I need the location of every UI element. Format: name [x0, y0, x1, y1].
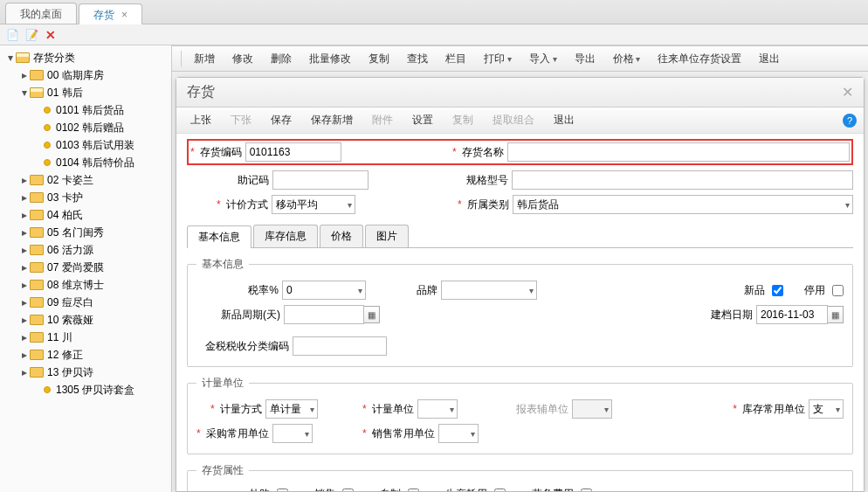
tree-node-06[interactable]: ▸06 活力源	[16, 241, 169, 259]
brand-select[interactable]	[441, 281, 537, 300]
spec-input[interactable]	[512, 170, 853, 190]
attr-selfmade-checkbox[interactable]	[408, 489, 419, 491]
umethod-select[interactable]	[265, 399, 318, 419]
tree-node-13[interactable]: ▸13 伊贝诗	[16, 364, 169, 381]
fieldset-attr: 存货属性 外购 销售 自制 生产耗用 劳务费用	[187, 463, 853, 491]
tree-node-01[interactable]: ▾01 韩后	[16, 84, 169, 101]
dialog-body: *存货编码 *存货名称 助记码 规	[176, 134, 864, 491]
tree-root-label: 存货分类	[33, 51, 75, 66]
tree-node-03[interactable]: ▸03 卡护	[16, 189, 169, 206]
tb-col[interactable]: 栏目	[438, 50, 473, 68]
stopflag-checkbox[interactable]	[832, 285, 844, 296]
tree-node-09[interactable]: ▸09 痘尽白	[16, 294, 169, 311]
code-label: 存货编码	[196, 145, 245, 160]
mnemonic-input[interactable]	[272, 170, 369, 190]
dtb-exit[interactable]: 退出	[547, 111, 582, 129]
tree-node-02[interactable]: ▸02 卡姿兰	[16, 171, 169, 189]
itab-basic[interactable]: 基本信息	[187, 225, 251, 248]
costing-select[interactable]	[272, 195, 355, 214]
highlighted-required-row: *存货编码 *存货名称	[187, 139, 853, 165]
tab-desktop[interactable]: 我的桌面	[5, 3, 77, 24]
itab-price[interactable]: 价格	[320, 225, 363, 247]
tb-import[interactable]: 导入	[522, 50, 564, 68]
newflag-checkbox[interactable]	[772, 285, 783, 296]
tax-select[interactable]	[282, 281, 366, 300]
tree-node-11[interactable]: ▸11 川	[16, 329, 169, 346]
tb-supplier[interactable]: 往来单位存货设置	[651, 50, 748, 68]
itab-stock[interactable]: 库存信息	[253, 225, 318, 247]
tree-leaf-0101[interactable]: 0101 韩后货品	[30, 101, 169, 119]
saleunit-select[interactable]	[438, 424, 479, 443]
goldtax-input[interactable]	[293, 336, 387, 356]
tree-node-10[interactable]: ▸10 索薇娅	[16, 311, 169, 329]
inventory-dialog: 存货 ✕ 上张 下张 保存 保存新增 附件 设置 复制 提取组合 退出 ?	[176, 77, 865, 492]
tb-find[interactable]: 查找	[400, 50, 435, 68]
tree-node-04[interactable]: ▸04 柏氏	[16, 206, 169, 224]
itab-image[interactable]: 图片	[365, 225, 409, 247]
dtb-prev[interactable]: 上张	[183, 111, 218, 129]
tb-copy[interactable]: 复制	[362, 50, 396, 68]
umethod-label: 计量方式	[217, 402, 265, 417]
tb-new[interactable]: 新增	[187, 50, 222, 68]
tab-inventory[interactable]: 存货×	[79, 3, 142, 24]
tb-export[interactable]: 导出	[568, 50, 603, 68]
help-icon[interactable]: ?	[843, 114, 857, 128]
tree-node-08[interactable]: ▸08 维京博士	[16, 276, 169, 294]
dtb-saveadd[interactable]: 保存新增	[304, 111, 360, 129]
tb-exit[interactable]: 退出	[752, 50, 787, 68]
fieldset-basic: 基本信息 税率% ▾ 品牌 ▾ 新品 停用	[187, 257, 853, 367]
tb-price[interactable]: 价格	[606, 50, 648, 68]
tree-node-00[interactable]: ▸00 临期库房	[16, 66, 169, 84]
dtb-next: 下张	[224, 111, 258, 129]
tree-leaf-0103[interactable]: 0103 韩后试用装	[30, 136, 169, 154]
attr-labor-checkbox[interactable]	[581, 489, 592, 491]
code-input[interactable]	[245, 142, 341, 162]
tree-node-05[interactable]: ▸05 名门闺秀	[16, 224, 169, 241]
createdate-label: 建档日期	[707, 308, 756, 322]
attr-sale-checkbox[interactable]	[342, 489, 354, 491]
calendar-icon[interactable]: ▦	[828, 306, 844, 323]
app-tabbar: 我的桌面 存货×	[0, 0, 868, 24]
dtb-extract: 提取组合	[486, 111, 541, 129]
delete-icon[interactable]: ✕	[44, 28, 58, 42]
tb-edit[interactable]: 修改	[225, 50, 260, 68]
attr-selfmade: 自制	[380, 487, 404, 491]
createdate-input[interactable]	[756, 305, 828, 324]
dtb-settings[interactable]: 设置	[405, 111, 440, 129]
tree-leaf-0102[interactable]: 0102 韩后赠品	[30, 119, 169, 136]
tree-label: 05 名门闺秀	[47, 225, 104, 240]
purunit-label: 采购常用单位	[203, 426, 272, 441]
tb-del[interactable]: 删除	[264, 50, 299, 68]
tree-leaf-1305[interactable]: 1305 伊贝诗套盒	[30, 381, 169, 398]
close-icon[interactable]: ×	[121, 9, 127, 21]
dtb-attach: 附件	[365, 111, 400, 129]
attr-outsrc-checkbox[interactable]	[277, 489, 288, 491]
dtb-save[interactable]: 保存	[264, 111, 299, 129]
purunit-select[interactable]	[272, 424, 313, 443]
tree-label: 08 维京博士	[47, 278, 104, 293]
newperiod-label: 新品周期(天)	[214, 308, 284, 322]
mini-toolbar: 📄 📝 ✕	[0, 24, 868, 45]
attr-prodconsume-checkbox[interactable]	[494, 489, 506, 491]
tree-label: 03 卡护	[47, 191, 83, 205]
dialog-close-icon[interactable]: ✕	[842, 84, 853, 100]
tree-root[interactable]: ▾存货分类	[2, 49, 169, 66]
stockunit-select[interactable]	[809, 399, 844, 419]
tree-node-12[interactable]: ▸12 修正	[16, 346, 169, 364]
name-input[interactable]	[507, 142, 850, 162]
uunit-select[interactable]	[417, 399, 458, 419]
tb-print[interactable]: 打印	[477, 50, 519, 68]
attr-prodconsume: 生产耗用	[445, 487, 491, 491]
name-label: 存货名称	[458, 145, 507, 160]
cat-select[interactable]	[513, 195, 853, 214]
edit-doc-icon[interactable]: 📝	[24, 28, 38, 42]
tb-batch[interactable]: 批量修改	[302, 50, 358, 68]
new-doc-icon[interactable]: 📄	[5, 28, 19, 42]
tree-node-07[interactable]: ▸07 爱尚爱膜	[16, 259, 169, 276]
tree-leaf-0104[interactable]: 0104 韩后特价品	[30, 154, 169, 171]
calendar-icon[interactable]: ▦	[364, 306, 380, 323]
fieldset-attr-legend: 存货属性	[196, 463, 249, 478]
newperiod-input[interactable]	[284, 305, 364, 324]
tree-label: 10 索薇娅	[47, 313, 93, 328]
tree-label: 02 卡姿兰	[47, 173, 93, 188]
